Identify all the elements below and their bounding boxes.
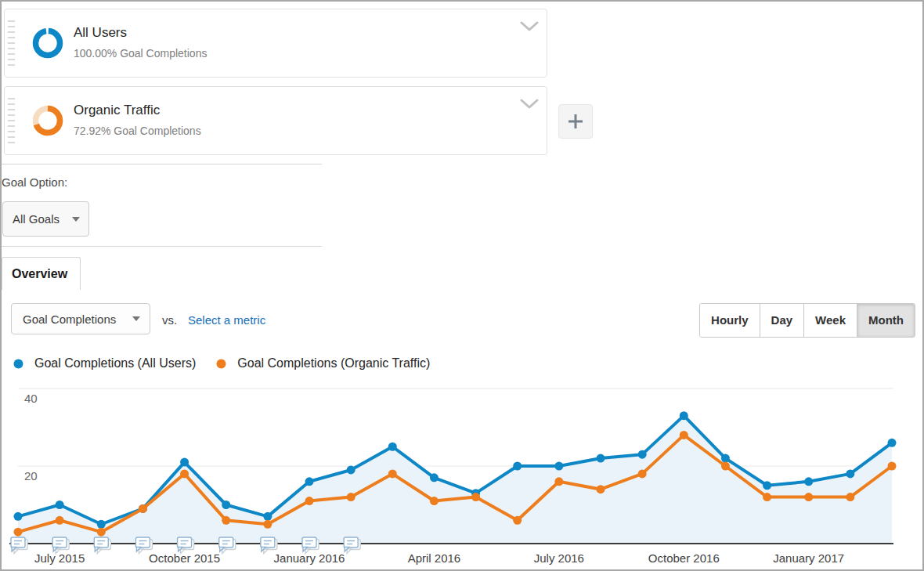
- svg-text:July 2016: July 2016: [534, 551, 584, 565]
- svg-text:20: 20: [24, 469, 38, 482]
- svg-text:January 2017: January 2017: [773, 551, 844, 565]
- svg-text:April 2016: April 2016: [408, 551, 461, 565]
- svg-text:40: 40: [24, 392, 38, 405]
- divider: [0, 246, 322, 247]
- caret-down-icon: [72, 217, 80, 222]
- svg-text:October 2015: October 2015: [149, 551, 220, 565]
- goal-option-label: Goal Option:: [2, 175, 67, 189]
- svg-text:January 2016: January 2016: [274, 551, 345, 565]
- legend-item-organic-traffic: Goal Completions (Organic Traffic): [216, 356, 430, 370]
- select-metric-link[interactable]: Select a metric: [188, 313, 265, 327]
- drag-handle-icon[interactable]: [8, 98, 15, 143]
- goal-completions-chart[interactable]: 2040July 2015October 2015January 2016Apr…: [0, 384, 924, 571]
- chevron-down-icon[interactable]: [520, 21, 539, 32]
- chart-legend: Goal Completions (All Users) Goal Comple…: [13, 356, 430, 370]
- granularity-day-button[interactable]: Day: [760, 304, 804, 337]
- annotation-bubble-icon: [11, 537, 27, 554]
- goal-option-dropdown[interactable]: All Goals: [2, 201, 89, 237]
- tab-overview[interactable]: Overview: [2, 257, 81, 290]
- segment-subtitle: 100.00% Goal Completions: [74, 47, 207, 60]
- metric-dropdown-value: Goal Completions: [23, 313, 116, 326]
- legend-label: Goal Completions (All Users): [34, 356, 196, 370]
- analytics-page: All Users 100.00% Goal Completions Organ…: [0, 0, 924, 571]
- segment-card-all-users[interactable]: All Users 100.00% Goal Completions: [4, 9, 547, 78]
- annotation-bubble-icon: [344, 537, 360, 554]
- plus-icon: [567, 113, 584, 130]
- granularity-week-button[interactable]: Week: [803, 304, 857, 337]
- tab-overview-label: Overview: [12, 267, 67, 281]
- goal-option-value: All Goals: [13, 212, 60, 226]
- segment-title: Organic Traffic: [74, 103, 160, 118]
- segment-card-organic-traffic[interactable]: Organic Traffic 72.92% Goal Completions: [4, 86, 547, 155]
- svg-text:October 2016: October 2016: [648, 551, 720, 565]
- annotation-bubble-icon: [219, 537, 236, 554]
- granularity-month-button[interactable]: Month: [857, 304, 915, 337]
- metric-dropdown[interactable]: Goal Completions: [11, 303, 150, 334]
- add-segment-button[interactable]: [558, 104, 593, 139]
- caret-down-icon: [132, 316, 140, 321]
- legend-dot-icon: [216, 359, 226, 369]
- vs-label: vs.: [162, 313, 177, 327]
- annotation-bubble-icon: [94, 537, 110, 554]
- legend-dot-icon: [13, 359, 23, 369]
- legend-label: Goal Completions (Organic Traffic): [237, 356, 430, 370]
- segment-subtitle: 72.92% Goal Completions: [74, 125, 201, 137]
- divider: [0, 164, 322, 164]
- granularity-hourly-button[interactable]: Hourly: [700, 304, 760, 337]
- legend-item-all-users: Goal Completions (All Users): [13, 356, 196, 370]
- granularity-toggle: Hourly Day Week Month: [699, 303, 915, 338]
- segment-title: All Users: [74, 25, 127, 41]
- drag-handle-icon[interactable]: [8, 20, 15, 66]
- segment-donut-icon: [31, 26, 65, 60]
- svg-text:July 2015: July 2015: [34, 551, 85, 565]
- segment-donut-icon: [31, 103, 65, 138]
- chevron-down-icon[interactable]: [520, 99, 539, 110]
